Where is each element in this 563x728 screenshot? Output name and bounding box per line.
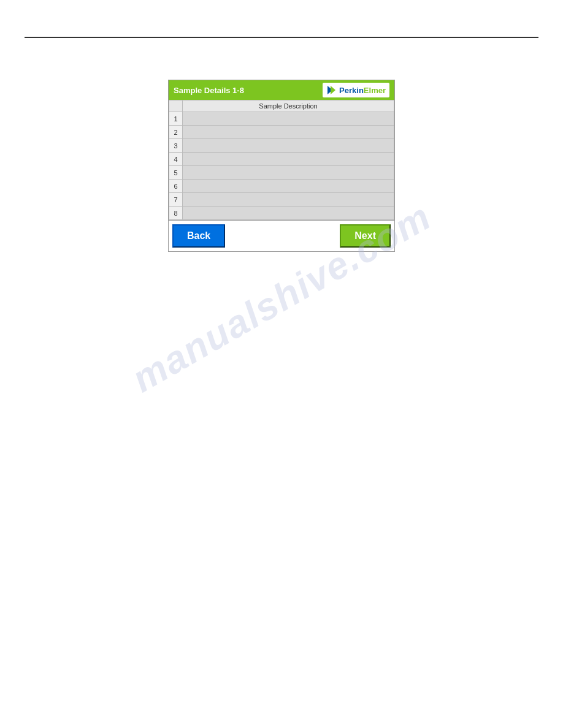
table-row: 4 bbox=[169, 153, 394, 166]
row-number: 2 bbox=[169, 126, 183, 139]
row-description[interactable] bbox=[183, 207, 394, 220]
table-row: 8 bbox=[169, 207, 394, 220]
button-bar: Back Next bbox=[168, 221, 395, 252]
sample-panel: Sample Details 1-8 PerkinElmer Sample De… bbox=[168, 80, 395, 221]
table-header-row: Sample Description bbox=[169, 100, 394, 112]
panel-title: Sample Details 1-8 bbox=[174, 86, 244, 95]
row-number: 1 bbox=[169, 112, 183, 126]
row-description[interactable] bbox=[183, 153, 394, 166]
row-number: 6 bbox=[169, 180, 183, 193]
logo-elmer: Elmer bbox=[364, 86, 386, 95]
back-button[interactable]: Back bbox=[172, 224, 225, 248]
row-description[interactable] bbox=[183, 112, 394, 126]
row-description[interactable] bbox=[183, 126, 394, 139]
logo-perkin: Perkin bbox=[339, 86, 364, 95]
table-row: 7 bbox=[169, 193, 394, 207]
row-number: 4 bbox=[169, 153, 183, 166]
main-container: Sample Details 1-8 PerkinElmer Sample De… bbox=[168, 80, 395, 252]
col-header-num bbox=[169, 100, 183, 112]
table-row: 1 bbox=[169, 112, 394, 126]
next-button[interactable]: Next bbox=[340, 224, 391, 248]
table-row: 6 bbox=[169, 180, 394, 193]
svg-marker-1 bbox=[331, 86, 335, 94]
table-body: 12345678 bbox=[169, 112, 394, 220]
row-description[interactable] bbox=[183, 139, 394, 153]
col-header-desc: Sample Description bbox=[183, 100, 394, 112]
perkinelmer-logo-icon bbox=[326, 85, 337, 96]
row-description[interactable] bbox=[183, 193, 394, 207]
row-description[interactable] bbox=[183, 180, 394, 193]
panel-header: Sample Details 1-8 PerkinElmer bbox=[169, 80, 394, 100]
logo-text: PerkinElmer bbox=[339, 86, 386, 95]
row-description[interactable] bbox=[183, 166, 394, 180]
top-rule bbox=[25, 37, 538, 38]
table-row: 3 bbox=[169, 139, 394, 153]
row-number: 3 bbox=[169, 139, 183, 153]
row-number: 8 bbox=[169, 207, 183, 220]
perkinelmer-logo: PerkinElmer bbox=[323, 83, 389, 97]
row-number: 5 bbox=[169, 166, 183, 180]
table-row: 5 bbox=[169, 166, 394, 180]
sample-table: Sample Description 12345678 bbox=[169, 100, 394, 220]
row-number: 7 bbox=[169, 193, 183, 207]
table-row: 2 bbox=[169, 126, 394, 139]
